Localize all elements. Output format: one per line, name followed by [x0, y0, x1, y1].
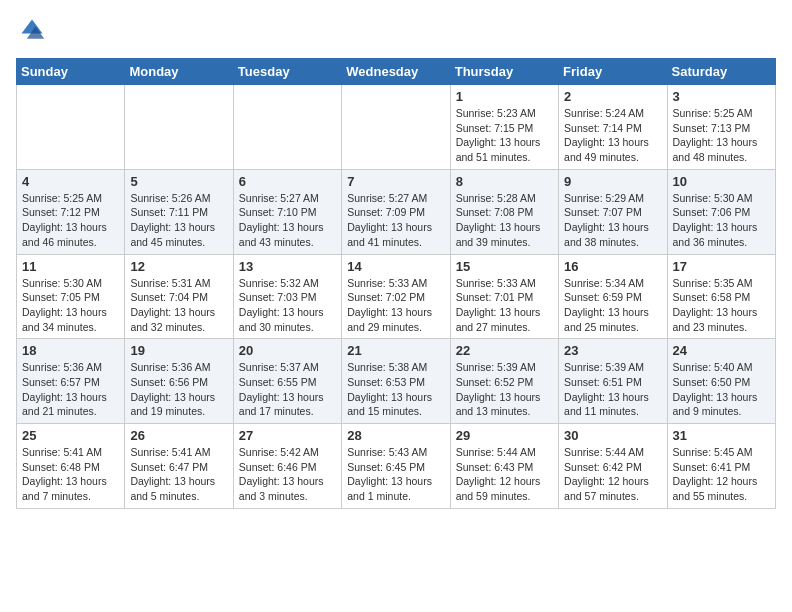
day-info: Sunrise: 5:44 AMSunset: 6:43 PMDaylight:…: [456, 445, 553, 504]
day-number: 8: [456, 174, 553, 189]
day-number: 29: [456, 428, 553, 443]
week-row-2: 11Sunrise: 5:30 AMSunset: 7:05 PMDayligh…: [17, 254, 776, 339]
day-number: 19: [130, 343, 227, 358]
weekday-header-tuesday: Tuesday: [233, 59, 341, 85]
calendar-cell: 19Sunrise: 5:36 AMSunset: 6:56 PMDayligh…: [125, 339, 233, 424]
day-number: 20: [239, 343, 336, 358]
logo-icon: [18, 16, 46, 44]
calendar-cell: 17Sunrise: 5:35 AMSunset: 6:58 PMDayligh…: [667, 254, 775, 339]
weekday-header-thursday: Thursday: [450, 59, 558, 85]
calendar-cell: 23Sunrise: 5:39 AMSunset: 6:51 PMDayligh…: [559, 339, 667, 424]
day-info: Sunrise: 5:27 AMSunset: 7:09 PMDaylight:…: [347, 191, 444, 250]
day-number: 17: [673, 259, 770, 274]
day-number: 13: [239, 259, 336, 274]
calendar-cell: 24Sunrise: 5:40 AMSunset: 6:50 PMDayligh…: [667, 339, 775, 424]
day-number: 11: [22, 259, 119, 274]
day-info: Sunrise: 5:30 AMSunset: 7:05 PMDaylight:…: [22, 276, 119, 335]
day-number: 16: [564, 259, 661, 274]
calendar-table: SundayMondayTuesdayWednesdayThursdayFrid…: [16, 58, 776, 509]
day-number: 23: [564, 343, 661, 358]
day-number: 21: [347, 343, 444, 358]
calendar-cell: 7Sunrise: 5:27 AMSunset: 7:09 PMDaylight…: [342, 169, 450, 254]
day-number: 6: [239, 174, 336, 189]
day-info: Sunrise: 5:25 AMSunset: 7:12 PMDaylight:…: [22, 191, 119, 250]
week-row-1: 4Sunrise: 5:25 AMSunset: 7:12 PMDaylight…: [17, 169, 776, 254]
day-number: 3: [673, 89, 770, 104]
calendar-cell: 12Sunrise: 5:31 AMSunset: 7:04 PMDayligh…: [125, 254, 233, 339]
calendar-cell: 10Sunrise: 5:30 AMSunset: 7:06 PMDayligh…: [667, 169, 775, 254]
day-info: Sunrise: 5:25 AMSunset: 7:13 PMDaylight:…: [673, 106, 770, 165]
day-info: Sunrise: 5:39 AMSunset: 6:51 PMDaylight:…: [564, 360, 661, 419]
day-info: Sunrise: 5:36 AMSunset: 6:56 PMDaylight:…: [130, 360, 227, 419]
calendar-cell: [125, 85, 233, 170]
day-info: Sunrise: 5:29 AMSunset: 7:07 PMDaylight:…: [564, 191, 661, 250]
day-info: Sunrise: 5:35 AMSunset: 6:58 PMDaylight:…: [673, 276, 770, 335]
day-number: 25: [22, 428, 119, 443]
day-info: Sunrise: 5:45 AMSunset: 6:41 PMDaylight:…: [673, 445, 770, 504]
weekday-header-saturday: Saturday: [667, 59, 775, 85]
calendar-cell: 14Sunrise: 5:33 AMSunset: 7:02 PMDayligh…: [342, 254, 450, 339]
day-info: Sunrise: 5:38 AMSunset: 6:53 PMDaylight:…: [347, 360, 444, 419]
weekday-header-friday: Friday: [559, 59, 667, 85]
day-info: Sunrise: 5:37 AMSunset: 6:55 PMDaylight:…: [239, 360, 336, 419]
page-header: [16, 16, 776, 48]
calendar-cell: [342, 85, 450, 170]
calendar-cell: 20Sunrise: 5:37 AMSunset: 6:55 PMDayligh…: [233, 339, 341, 424]
calendar-cell: 31Sunrise: 5:45 AMSunset: 6:41 PMDayligh…: [667, 424, 775, 509]
calendar-cell: 13Sunrise: 5:32 AMSunset: 7:03 PMDayligh…: [233, 254, 341, 339]
day-number: 26: [130, 428, 227, 443]
logo: [16, 16, 46, 48]
day-info: Sunrise: 5:33 AMSunset: 7:01 PMDaylight:…: [456, 276, 553, 335]
calendar-cell: 26Sunrise: 5:41 AMSunset: 6:47 PMDayligh…: [125, 424, 233, 509]
calendar-cell: 9Sunrise: 5:29 AMSunset: 7:07 PMDaylight…: [559, 169, 667, 254]
day-info: Sunrise: 5:42 AMSunset: 6:46 PMDaylight:…: [239, 445, 336, 504]
calendar-cell: 1Sunrise: 5:23 AMSunset: 7:15 PMDaylight…: [450, 85, 558, 170]
day-info: Sunrise: 5:23 AMSunset: 7:15 PMDaylight:…: [456, 106, 553, 165]
calendar-cell: 6Sunrise: 5:27 AMSunset: 7:10 PMDaylight…: [233, 169, 341, 254]
day-number: 9: [564, 174, 661, 189]
week-row-3: 18Sunrise: 5:36 AMSunset: 6:57 PMDayligh…: [17, 339, 776, 424]
calendar-cell: 15Sunrise: 5:33 AMSunset: 7:01 PMDayligh…: [450, 254, 558, 339]
day-number: 28: [347, 428, 444, 443]
calendar-cell: 22Sunrise: 5:39 AMSunset: 6:52 PMDayligh…: [450, 339, 558, 424]
weekday-header-sunday: Sunday: [17, 59, 125, 85]
day-info: Sunrise: 5:39 AMSunset: 6:52 PMDaylight:…: [456, 360, 553, 419]
calendar-cell: 8Sunrise: 5:28 AMSunset: 7:08 PMDaylight…: [450, 169, 558, 254]
day-number: 10: [673, 174, 770, 189]
day-info: Sunrise: 5:24 AMSunset: 7:14 PMDaylight:…: [564, 106, 661, 165]
weekday-header-row: SundayMondayTuesdayWednesdayThursdayFrid…: [17, 59, 776, 85]
calendar-cell: 21Sunrise: 5:38 AMSunset: 6:53 PMDayligh…: [342, 339, 450, 424]
day-info: Sunrise: 5:36 AMSunset: 6:57 PMDaylight:…: [22, 360, 119, 419]
day-info: Sunrise: 5:32 AMSunset: 7:03 PMDaylight:…: [239, 276, 336, 335]
calendar-cell: 3Sunrise: 5:25 AMSunset: 7:13 PMDaylight…: [667, 85, 775, 170]
day-info: Sunrise: 5:34 AMSunset: 6:59 PMDaylight:…: [564, 276, 661, 335]
day-info: Sunrise: 5:44 AMSunset: 6:42 PMDaylight:…: [564, 445, 661, 504]
week-row-4: 25Sunrise: 5:41 AMSunset: 6:48 PMDayligh…: [17, 424, 776, 509]
day-info: Sunrise: 5:43 AMSunset: 6:45 PMDaylight:…: [347, 445, 444, 504]
day-number: 14: [347, 259, 444, 274]
day-number: 15: [456, 259, 553, 274]
day-number: 2: [564, 89, 661, 104]
day-number: 12: [130, 259, 227, 274]
calendar-cell: 16Sunrise: 5:34 AMSunset: 6:59 PMDayligh…: [559, 254, 667, 339]
calendar-cell: 5Sunrise: 5:26 AMSunset: 7:11 PMDaylight…: [125, 169, 233, 254]
day-number: 1: [456, 89, 553, 104]
calendar-cell: 18Sunrise: 5:36 AMSunset: 6:57 PMDayligh…: [17, 339, 125, 424]
day-info: Sunrise: 5:28 AMSunset: 7:08 PMDaylight:…: [456, 191, 553, 250]
day-info: Sunrise: 5:26 AMSunset: 7:11 PMDaylight:…: [130, 191, 227, 250]
day-number: 4: [22, 174, 119, 189]
day-number: 22: [456, 343, 553, 358]
calendar-cell: 11Sunrise: 5:30 AMSunset: 7:05 PMDayligh…: [17, 254, 125, 339]
day-info: Sunrise: 5:40 AMSunset: 6:50 PMDaylight:…: [673, 360, 770, 419]
day-number: 24: [673, 343, 770, 358]
day-info: Sunrise: 5:31 AMSunset: 7:04 PMDaylight:…: [130, 276, 227, 335]
calendar-cell: 27Sunrise: 5:42 AMSunset: 6:46 PMDayligh…: [233, 424, 341, 509]
day-number: 7: [347, 174, 444, 189]
day-number: 18: [22, 343, 119, 358]
day-number: 31: [673, 428, 770, 443]
calendar-cell: 25Sunrise: 5:41 AMSunset: 6:48 PMDayligh…: [17, 424, 125, 509]
calendar-cell: [17, 85, 125, 170]
calendar-cell: 2Sunrise: 5:24 AMSunset: 7:14 PMDaylight…: [559, 85, 667, 170]
weekday-header-monday: Monday: [125, 59, 233, 85]
day-number: 5: [130, 174, 227, 189]
